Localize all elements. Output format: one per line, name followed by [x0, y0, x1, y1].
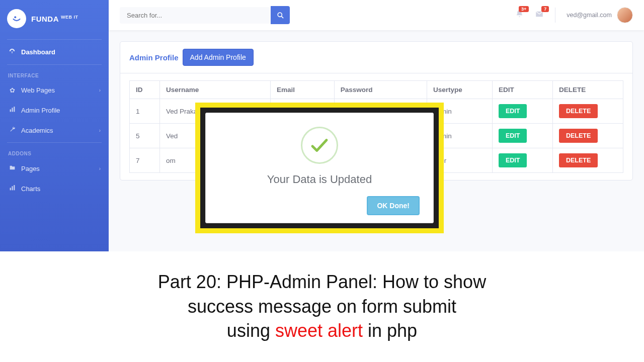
card-title: Admin Profile	[129, 53, 179, 62]
col-delete: DELETE	[553, 81, 623, 99]
dashboard-icon	[8, 48, 16, 56]
col-id: ID	[130, 81, 160, 99]
tutorial-caption: Part 20: PHP-Admin Panel: How to show su…	[0, 251, 644, 362]
sidebar-item-dashboard[interactable]: Dashboard	[0, 42, 109, 62]
col-password: Password	[334, 81, 427, 99]
sidebar-item-label: Web Pages	[21, 86, 55, 94]
svg-point-0	[11, 13, 22, 24]
sidebar-item-label: Academics	[21, 127, 53, 134]
divider	[7, 64, 102, 65]
user-menu[interactable]: ved@gmail.com	[567, 7, 633, 23]
add-admin-profile-button[interactable]: Add Admin Profile	[183, 49, 254, 66]
svg-rect-5	[10, 188, 11, 191]
avatar	[617, 7, 633, 23]
topbar: 3+ 7 ved@gmail.com	[109, 0, 644, 30]
ok-done-button[interactable]: OK Done!	[367, 196, 420, 215]
notifications-badge: 3+	[519, 6, 529, 12]
svg-rect-4	[14, 107, 15, 112]
col-username: Username	[160, 81, 271, 99]
brand-logo-icon	[7, 9, 26, 28]
notifications-button[interactable]: 3+	[515, 10, 524, 21]
gear-icon: ✿	[8, 86, 16, 94]
sidebar-item-label: Pages	[21, 165, 40, 172]
sidebar-item-web-pages[interactable]: ✿ Web Pages ›	[0, 80, 109, 100]
search-icon	[277, 12, 284, 19]
sidebar-item-label: Dashboard	[21, 48, 55, 56]
sidebar-item-label: Charts	[21, 185, 40, 193]
search-input[interactable]	[120, 7, 271, 24]
divider	[555, 8, 555, 23]
brand-name: FUNDA WEB IT	[31, 15, 78, 23]
svg-rect-3	[12, 108, 13, 112]
sidebar-item-academics[interactable]: Academics ›	[0, 120, 109, 140]
card-header: Admin Profile Add Admin Profile	[120, 42, 632, 73]
delete-button[interactable]: DELETE	[559, 153, 598, 167]
chart-icon	[8, 106, 16, 114]
edit-button[interactable]: EDIT	[499, 153, 527, 167]
chevron-right-icon: ›	[99, 128, 101, 133]
messages-button[interactable]: 7	[535, 10, 544, 21]
modal-title: Your Data is Updated	[217, 173, 422, 186]
col-edit: EDIT	[493, 81, 553, 99]
sidebar-item-pages[interactable]: Pages ›	[0, 158, 109, 178]
search	[120, 6, 290, 24]
sidebar-item-charts[interactable]: Charts	[0, 178, 109, 199]
search-button[interactable]	[271, 6, 290, 24]
chart-icon	[8, 185, 16, 193]
svg-point-8	[278, 13, 282, 17]
chevron-right-icon: ›	[99, 87, 101, 93]
edit-button[interactable]: EDIT	[499, 104, 527, 118]
delete-button[interactable]: DELETE	[559, 104, 598, 118]
svg-rect-6	[12, 186, 13, 190]
sidebar-heading-interface: INTERFACE	[0, 67, 109, 80]
col-email: Email	[271, 81, 335, 99]
chevron-right-icon: ›	[99, 166, 101, 171]
cell-id: 5	[130, 124, 160, 148]
sweet-alert-modal: Your Data is Updated OK Done!	[195, 103, 444, 233]
divider	[7, 39, 102, 40]
sidebar-item-label: Admin Profile	[21, 107, 60, 114]
sidebar-heading-addons: ADDONS	[0, 145, 109, 158]
svg-line-9	[281, 16, 283, 18]
user-label: ved@gmail.com	[567, 12, 612, 19]
wrench-icon	[8, 126, 16, 134]
cell-id: 1	[130, 99, 160, 124]
svg-rect-2	[10, 110, 11, 112]
folder-icon	[8, 164, 16, 172]
brand[interactable]: FUNDA WEB IT	[0, 0, 109, 37]
sidebar-item-admin-profile[interactable]: Admin Profile	[0, 100, 109, 120]
svg-rect-7	[14, 185, 15, 190]
col-usertype: Usertype	[427, 81, 493, 99]
cell-id: 7	[130, 148, 160, 173]
edit-button[interactable]: EDIT	[499, 129, 527, 143]
divider	[7, 142, 102, 143]
svg-point-1	[14, 16, 16, 18]
success-icon	[301, 127, 338, 164]
delete-button[interactable]: DELETE	[559, 129, 598, 143]
messages-badge: 7	[541, 6, 549, 12]
